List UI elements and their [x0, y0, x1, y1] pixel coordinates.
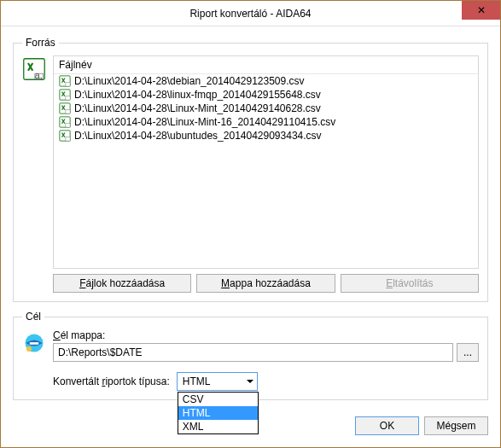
dialog-window: Riport konvertáló - AIDA64 ✕ Forrás a, F… — [0, 0, 501, 448]
combo-value: HTML — [183, 375, 211, 387]
remove-button: Eltávolítás — [341, 274, 479, 293]
ellipsis-icon: ... — [463, 346, 472, 358]
source-legend: Forrás — [22, 37, 59, 49]
svg-rect-10 — [66, 124, 70, 127]
cancel-button[interactable]: Mégsem — [424, 416, 488, 435]
dialog-footer: OK Mégsem — [355, 416, 488, 435]
file-icon — [59, 75, 71, 87]
file-icon — [59, 116, 71, 128]
source-group: Forrás a, Fájlnév D:\Linux\2014-04-28\de… — [13, 37, 488, 302]
file-row[interactable]: D:\Linux\2014-04-28\debian_2014042912350… — [54, 74, 478, 88]
file-row[interactable]: D:\Linux\2014-04-28\ubuntudes_2014042909… — [54, 129, 478, 143]
titlebar: Riport konvertáló - AIDA64 ✕ — [1, 1, 500, 26]
browser-icon — [22, 331, 46, 355]
file-path: D:\Linux\2014-04-28\debian_2014042912350… — [74, 75, 305, 87]
file-row[interactable]: D:\Linux\2014-04-28\Linux-Mint_201404291… — [54, 102, 478, 115]
close-button[interactable]: ✕ — [462, 1, 500, 20]
target-folder-input[interactable] — [53, 343, 453, 362]
file-icon — [59, 102, 71, 114]
file-path: D:\Linux\2014-04-28\linux-fmqp_201404291… — [74, 89, 321, 101]
file-path: D:\Linux\2014-04-28\Linux-Mint_201404291… — [74, 102, 321, 114]
add-folder-button[interactable]: Mappa hozzáadása — [196, 274, 335, 293]
chevron-down-icon — [247, 380, 253, 383]
file-path: D:\Linux\2014-04-28\ubuntudes_2014042909… — [74, 130, 322, 142]
svg-rect-6 — [66, 96, 70, 100]
browse-button[interactable]: ... — [457, 343, 479, 362]
file-row[interactable]: D:\Linux\2014-04-28\Linux-Mint-16_201404… — [54, 115, 478, 129]
svg-point-14 — [26, 346, 32, 352]
file-icon — [59, 130, 71, 142]
file-path: D:\Linux\2014-04-28\Linux-Mint-16_201404… — [74, 116, 335, 128]
dropdown-item[interactable]: HTML — [178, 406, 258, 420]
window-title: Riport konvertáló - AIDA64 — [189, 8, 311, 20]
type-label: Konvertált riportok típusa: — [53, 375, 170, 387]
file-list[interactable]: Fájlnév D:\Linux\2014-04-28\debian_20140… — [53, 55, 479, 269]
dropdown-item[interactable]: CSV — [178, 393, 258, 406]
type-dropdown: CSVHTMLXML — [178, 392, 259, 434]
svg-rect-8 — [66, 110, 70, 113]
svg-text:a,: a, — [35, 70, 43, 80]
spreadsheet-icon: a, — [22, 57, 46, 81]
target-group: Cél Cél mappa: ... Konvertált riportok t… — [13, 311, 488, 400]
svg-rect-4 — [66, 83, 70, 86]
target-legend: Cél — [22, 311, 44, 323]
file-row[interactable]: D:\Linux\2014-04-28\linux-fmqp_201404291… — [54, 88, 478, 102]
dropdown-item[interactable]: XML — [178, 420, 258, 433]
type-combobox[interactable]: HTML CSVHTMLXML — [177, 372, 258, 391]
file-icon — [59, 89, 71, 101]
target-folder-label: Cél mappa: — [53, 329, 479, 341]
close-icon: ✕ — [477, 4, 486, 16]
add-files-button[interactable]: Fájlok hozzáadása — [53, 274, 191, 293]
file-list-header[interactable]: Fájlnév — [54, 56, 478, 74]
ok-button[interactable]: OK — [355, 416, 419, 435]
svg-rect-12 — [66, 137, 70, 141]
content-area: Forrás a, Fájlnév D:\Linux\2014-04-28\de… — [1, 26, 500, 421]
